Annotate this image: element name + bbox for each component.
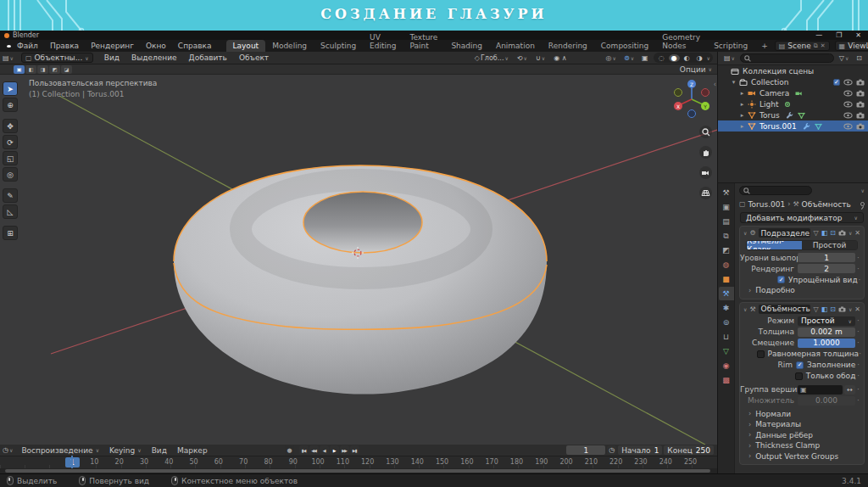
tab-scripting[interactable]: Scripting	[707, 40, 754, 52]
section-output-vertex-groups[interactable]: ›Output Vertex Groups	[740, 451, 864, 462]
outliner-row-коллекция-сцены[interactable]: Коллекция сцены	[718, 65, 868, 76]
eye-icon[interactable]	[843, 112, 853, 119]
scene-copy-icon[interactable]: ⧉	[814, 42, 818, 49]
play-reverse-button[interactable]: ◀	[320, 445, 329, 455]
expander-icon[interactable]: ▾	[730, 79, 737, 86]
solid-shading-icon[interactable]: ●	[669, 54, 680, 62]
play-button[interactable]: ▶	[330, 445, 339, 455]
breadcrumb-object[interactable]: Torus.001	[748, 200, 786, 209]
tab-texture-paint[interactable]: Texture Paint	[403, 31, 444, 52]
select-set-mode-icon[interactable]: ▣	[14, 65, 25, 74]
properties-tool-tab[interactable]: ⚒	[719, 186, 734, 199]
levels-render-field[interactable]: 2	[798, 264, 855, 273]
pivot-point-selector[interactable]: ⟲∨	[515, 54, 530, 62]
pin-icon[interactable]	[860, 202, 865, 206]
outliner-row-torus[interactable]: ▸Torus	[718, 109, 868, 120]
expander-icon[interactable]: ▸	[738, 90, 746, 97]
properties-constraints-tab[interactable]: ⊔	[719, 330, 734, 344]
viewport-menu-view[interactable]: Вид	[98, 53, 125, 62]
timeline-menu-playback[interactable]: Воспроизведение∨	[17, 446, 103, 455]
xray-toggle[interactable]: ▣	[639, 54, 651, 62]
menu-file[interactable]: Файл	[11, 42, 44, 50]
next-keyframe-button[interactable]: ▶▶	[340, 445, 349, 455]
select-intersect-mode-icon[interactable]: ◪	[61, 65, 72, 74]
timeline-menu-keying[interactable]: Keying∨	[105, 446, 146, 455]
tab-compositing[interactable]: Compositing	[594, 40, 655, 52]
viewlayer-selector[interactable]: ▦ ViewLayer ⧉ ✕	[835, 41, 868, 51]
expander-icon[interactable]: ▸	[738, 112, 746, 119]
catmull-clark-button[interactable]: Кэтмелл-Кларк	[747, 241, 802, 249]
eye-icon[interactable]	[843, 79, 853, 86]
tab-sculpting[interactable]: Sculpting	[314, 40, 363, 52]
tab-shading[interactable]: Shading	[444, 40, 489, 52]
section-materials[interactable]: ›Материалы	[740, 419, 864, 430]
object-name[interactable]: Torus	[760, 111, 780, 120]
tab-rendering[interactable]: Rendering	[542, 40, 594, 52]
rotate-tool[interactable]: ⟳	[3, 135, 18, 149]
menu-edit[interactable]: Правка	[44, 42, 85, 50]
properties-physics-tab[interactable]: ⊚	[719, 316, 734, 329]
mode-selector[interactable]: ▢ Объектны... ∨	[21, 53, 93, 63]
viewport-menu-object[interactable]: Объект	[233, 53, 275, 62]
select-extend-mode-icon[interactable]: ◧	[25, 65, 36, 74]
outliner-row-torus.001[interactable]: ▸Torus.001	[718, 120, 868, 132]
properties-particles-tab[interactable]: ✱	[719, 301, 734, 315]
outliner-filter-icon[interactable]: ▽∨	[837, 54, 852, 62]
editor-type-selector[interactable]: ▤∨	[0, 54, 16, 62]
properties-modifiers-tab[interactable]: ⚒	[719, 287, 734, 300]
solidify-expand-icon[interactable]: ∨	[743, 306, 747, 312]
pan-hand-icon[interactable]	[699, 146, 712, 159]
menu-help[interactable]: Справка	[172, 42, 218, 50]
properties-scene-tab[interactable]: ◩	[719, 244, 734, 257]
levels-viewport-field[interactable]: 1	[798, 253, 855, 262]
solidify-realtime-icon[interactable]: ⊡	[830, 305, 836, 313]
menu-window[interactable]: Окно	[140, 42, 172, 50]
vertex-group-field[interactable]: ▣	[798, 385, 843, 395]
properties-material-tab[interactable]: ◉	[719, 359, 734, 372]
solidify-name-field[interactable]: Объёмность	[759, 305, 811, 314]
minimize-button[interactable]: —	[815, 31, 822, 39]
eye-icon[interactable]	[843, 90, 853, 97]
viewport-menu-select[interactable]: Выделение	[125, 53, 183, 62]
outliner-display-mode[interactable]: ▤∨	[721, 54, 737, 62]
eye-icon[interactable]	[843, 101, 853, 108]
camera-toggle-icon[interactable]	[856, 90, 865, 97]
solidify-close-icon[interactable]: ✕	[854, 305, 860, 313]
tab-uv-editing[interactable]: UV Editing	[363, 31, 403, 52]
frame-start-field[interactable]: Начало 1	[618, 445, 662, 455]
select-box-tool[interactable]: ➤	[3, 81, 18, 96]
properties-output-tab[interactable]: ▤	[719, 215, 734, 228]
prev-keyframe-button[interactable]: ◀◀	[309, 445, 319, 455]
jump-to-start-button[interactable]: ▮◀	[299, 445, 309, 455]
object-name[interactable]: Camera	[760, 89, 789, 98]
zoom-icon[interactable]	[699, 126, 712, 138]
solidify-cage-icon[interactable]: ▽	[813, 305, 818, 313]
snap-magnet-toggle[interactable]: ∪∨	[533, 54, 548, 62]
section-normals[interactable]: ›Нормали	[740, 409, 864, 420]
object-name[interactable]: Collection	[751, 78, 789, 87]
properties-viewlayer-tab[interactable]: ⧉	[719, 229, 734, 243]
menu-render[interactable]: Рендеринг	[85, 42, 140, 50]
viewport-canvas[interactable]: Пользовательская перспектива (1) Collect…	[0, 75, 717, 445]
camera-view-icon[interactable]	[699, 166, 712, 179]
subsurf-render-icon[interactable]	[838, 230, 846, 236]
camera-toggle-icon[interactable]	[856, 123, 865, 130]
subsurf-editmode-icon[interactable]: ◧	[821, 229, 828, 237]
optimal-display-checkbox[interactable]: ✓	[777, 276, 785, 283]
measure-tool[interactable]: ◺	[3, 204, 18, 219]
transform-tool[interactable]: ◎	[3, 167, 18, 182]
proportional-editing-toggle[interactable]: ◉ ∧	[551, 54, 569, 62]
section-thickness-clamp[interactable]: ›Thickness Clamp	[740, 440, 864, 451]
sidebar-toggle-arrow[interactable]: ‹	[714, 81, 716, 88]
perspective-toggle-icon[interactable]	[699, 187, 712, 199]
material-shading-icon[interactable]: ◐	[682, 54, 693, 62]
object-name[interactable]: Коллекция сцены	[743, 67, 814, 76]
donut-mesh[interactable]	[174, 165, 547, 395]
properties-object-tab[interactable]: ■	[719, 272, 734, 286]
properties-render-tab[interactable]: ▣	[719, 200, 734, 214]
properties-search-input[interactable]	[739, 186, 812, 195]
timeline-ruler[interactable]: 1 10203040506070809010011012013014015016…	[0, 456, 717, 468]
eye-icon[interactable]	[843, 123, 853, 130]
tab-geometry-nodes[interactable]: Geometry Nodes	[655, 31, 707, 52]
scene-delete-icon[interactable]: ✕	[821, 42, 826, 49]
